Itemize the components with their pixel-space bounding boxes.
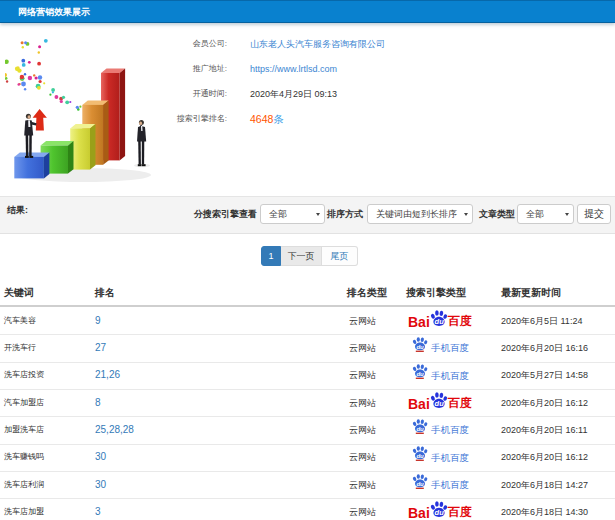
- svg-text:du: du: [416, 371, 424, 377]
- svg-text:du: du: [416, 453, 424, 459]
- svg-text:du: du: [434, 399, 444, 408]
- svg-text:du: du: [416, 344, 424, 350]
- svg-text:du: du: [434, 509, 444, 518]
- svg-text:du: du: [416, 480, 424, 486]
- svg-text:du: du: [416, 426, 424, 432]
- svg-text:du: du: [434, 317, 444, 326]
